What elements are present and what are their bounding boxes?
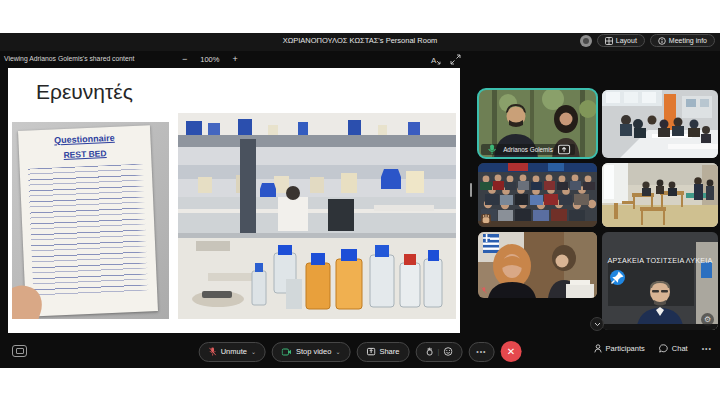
video-tile-school-speaker[interactable]: ΑΡΣΑΚΕΙΑ ΤΟΣΙΤΣΕΙΑ ΛΥΚΕΙΑ ⚙	[602, 232, 718, 330]
layout-button[interactable]: Layout	[597, 34, 645, 47]
meeting-info-icon	[658, 37, 666, 45]
stop-video-chevron-icon[interactable]: ⌄	[335, 348, 340, 355]
lab-photo	[178, 113, 456, 319]
participants-label: Participants	[606, 344, 645, 353]
gear-icon: ⚙	[704, 315, 711, 324]
titlebar-actions: Layout Meeting info	[580, 34, 715, 47]
control-bar: Unmute ⌄ Stop video ⌄ Share | •••	[0, 338, 720, 368]
raise-hand-icon	[425, 347, 433, 356]
more-options-button[interactable]: •••	[468, 342, 494, 362]
expand-button[interactable]	[450, 53, 461, 68]
two-women-video	[478, 232, 597, 298]
more-panels-button[interactable]: •••	[702, 345, 712, 352]
shared-content-slide: Ερευνητές Questionnaire REST BED	[8, 68, 460, 333]
avatar-button[interactable]	[580, 35, 592, 47]
lab-scene-illustration	[178, 113, 456, 319]
meeting-info-label: Meeting info	[669, 37, 707, 44]
participants-icon	[594, 344, 602, 353]
layout-button-label: Layout	[616, 37, 637, 44]
questionnaire-photo: Questionnaire REST BED	[12, 122, 169, 319]
avatar-icon	[583, 38, 589, 44]
share-tools: A	[430, 53, 461, 68]
sharing-indicator-icon	[556, 144, 572, 155]
chevron-down-icon	[594, 322, 601, 327]
unmute-chevron-icon[interactable]: ⌄	[251, 348, 256, 355]
video-tile-classroom-2[interactable]	[602, 163, 718, 227]
reactions-button[interactable]: |	[415, 342, 462, 362]
share-screen-icon	[366, 347, 375, 356]
slide-title: Ερευνητές	[36, 80, 133, 104]
panel-controls: Participants Chat •••	[594, 344, 712, 353]
popout-icon	[16, 348, 24, 354]
annotate-icon: A	[430, 54, 441, 65]
leave-meeting-button[interactable]: ✕	[500, 341, 521, 362]
share-header: Viewing Adrianos Golemis's shared conten…	[0, 51, 720, 67]
camera-on-icon	[282, 348, 292, 356]
chat-label: Chat	[672, 344, 688, 353]
more-panels-icon: •••	[702, 345, 712, 352]
questionnaire-heading: Questionnaire	[26, 132, 142, 147]
mic-on-icon	[484, 144, 500, 155]
stop-video-button[interactable]: Stop video ⌄	[272, 342, 350, 362]
layout-grid-icon	[605, 37, 613, 45]
filmstrip-scroll-down-button[interactable]	[590, 317, 604, 331]
pin-icon	[610, 270, 625, 285]
annotate-button[interactable]: A	[430, 53, 441, 68]
expand-icon	[450, 54, 461, 65]
share-label: Share	[379, 347, 399, 356]
call-controls: Unmute ⌄ Stop video ⌄ Share | •••	[199, 341, 522, 362]
webex-window: ΧΩΡΙΑΝΟΠΟΥΛΟΣ ΚΩΣΤΑΣ's Personal Room Lay…	[0, 33, 720, 368]
chat-button[interactable]: Chat	[659, 344, 688, 353]
auditorium-video	[478, 163, 597, 227]
active-speaker-name: Adrianos Golemis	[503, 146, 553, 153]
questionnaire-subheading: REST BED	[27, 147, 143, 162]
stop-video-label: Stop video	[296, 347, 331, 356]
greek-flag	[483, 234, 499, 253]
chat-bubble-icon	[659, 344, 668, 353]
filmstrip-scrollbar[interactable]	[470, 183, 472, 197]
mic-muted-icon	[209, 347, 217, 357]
svg-text:A: A	[431, 56, 437, 65]
zoom-out-button[interactable]: −	[182, 53, 187, 65]
muted-mic-icon	[481, 287, 487, 294]
screenshot-page: ΧΩΡΙΑΝΟΠΟΥΛΟΣ ΚΩΣΤΑΣ's Personal Room Lay…	[0, 0, 720, 405]
close-icon: ✕	[507, 346, 515, 357]
video-tile-active-speaker[interactable]: Adrianos Golemis	[478, 89, 597, 158]
meeting-info-button[interactable]: Meeting info	[650, 34, 715, 47]
classroom-1-video	[602, 90, 718, 158]
share-button[interactable]: Share	[356, 342, 409, 362]
titlebar: ΧΩΡΙΑΝΟΠΟΥΛΟΣ ΚΩΣΤΑΣ's Personal Room Lay…	[0, 33, 720, 51]
video-tile-two-women[interactable]	[478, 232, 597, 298]
video-tile-auditorium[interactable]	[478, 163, 597, 227]
classroom-2-video	[602, 163, 718, 227]
questionnaire-paper: Questionnaire REST BED	[18, 125, 158, 317]
zoom-in-button[interactable]: +	[232, 53, 237, 65]
tile-settings-button[interactable]: ⚙	[701, 313, 714, 326]
emoji-icon	[443, 347, 452, 356]
zoom-level: 100%	[200, 55, 219, 64]
school-name-overlay: ΑΡΣΑΚΕΙΑ ΤΟΣΙΤΣΕΙΑ ΛΥΚΕΙΑ	[602, 256, 718, 265]
viewing-label: Viewing Adrianos Golemis's shared conten…	[4, 55, 134, 62]
handwritten-lines	[28, 164, 150, 299]
zoom-controls: − 100% +	[182, 53, 238, 65]
unmute-label: Unmute	[221, 347, 247, 356]
unmute-button[interactable]: Unmute ⌄	[199, 342, 266, 362]
video-tile-classroom-1[interactable]	[602, 90, 718, 158]
pin-badge[interactable]	[610, 270, 625, 285]
more-options-icon: •••	[476, 348, 486, 355]
popout-button[interactable]	[12, 345, 27, 357]
participants-button[interactable]: Participants	[594, 344, 645, 353]
reaction-overlay-icon	[481, 214, 491, 224]
active-speaker-label: Adrianos Golemis	[481, 144, 575, 155]
